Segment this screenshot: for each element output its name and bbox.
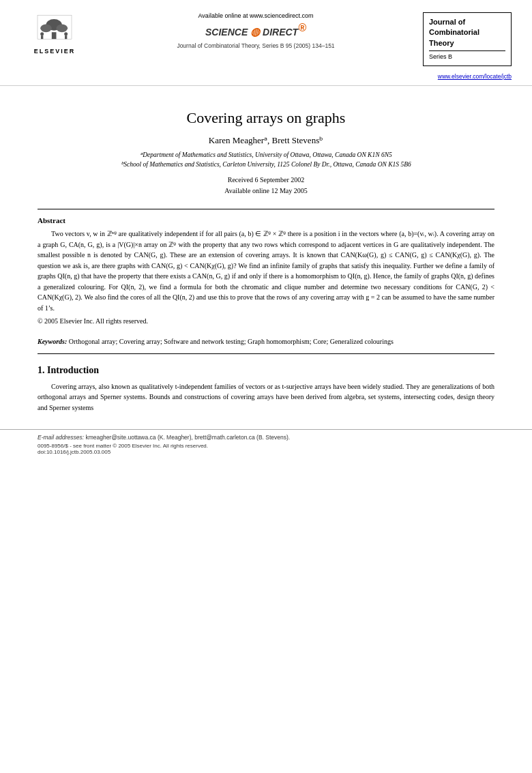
issn-text: 0095-8956/$ - see front matter © 2005 El… [38, 443, 494, 449]
journal-right-title: Journal ofCombinatorialTheory [429, 17, 505, 48]
received-date: Received 6 September 2002 [38, 175, 494, 186]
divider-top [38, 209, 494, 209]
registered-icon: ® [298, 22, 306, 33]
abstract-paragraph: Two vectors v, w in ℤⁿᵍ are qualitativel… [38, 229, 494, 313]
affiliation-a: ᵃDepartment of Mathematics and Statistic… [38, 150, 494, 160]
sciencedirect-d-icon: ◍ [250, 26, 260, 38]
header: ELSEVIER Available online at www.science… [0, 0, 532, 86]
available-online-text: Available online at www.sciencedirect.co… [95, 12, 416, 19]
divider-bottom [38, 353, 494, 354]
svg-point-5 [40, 32, 44, 35]
email-label: E-mail addresses: [38, 434, 84, 441]
keywords-label: Keywords: [38, 338, 67, 345]
footer-issn: 0095-8956/$ - see front matter © 2005 El… [38, 443, 494, 455]
abstract-title: Abstract [38, 216, 494, 224]
svg-rect-8 [65, 35, 67, 39]
received-info: Received 6 September 2002 Available onli… [38, 175, 494, 196]
header-center: Available online at www.sciencedirect.co… [89, 12, 423, 49]
keywords-section: Keywords: Orthogonal array; Covering arr… [38, 336, 494, 347]
affiliation-b: ᵇSchool of Mathematics and Statistics, C… [38, 160, 494, 169]
elsevier-logo: ELSEVIER [20, 12, 89, 55]
footer-email: E-mail addresses: kmeagher@site.uottawa.… [38, 434, 494, 441]
journal-url[interactable]: www.elsevier.com/locate/jctb [20, 70, 512, 80]
journal-series: Series B [429, 50, 505, 61]
abstract-section: Abstract Two vectors v, w in ℤⁿᵍ are qua… [38, 216, 494, 327]
available-online: Available online 12 May 2005 [38, 186, 494, 196]
doi-text: doi:10.1016/j.jctb.2005.03.005 [38, 449, 494, 455]
elsevier-tree-icon [31, 12, 78, 46]
page: ELSEVIER Available online at www.science… [0, 0, 532, 773]
svg-rect-6 [41, 35, 43, 39]
section1-title: 1. Introduction [38, 365, 494, 376]
keywords-text: Orthogonal array; Covering array; Softwa… [69, 338, 394, 345]
svg-point-3 [40, 25, 52, 33]
svg-rect-1 [52, 32, 57, 39]
svg-point-4 [57, 25, 68, 33]
email1: kmeagher@site.uottawa.ca (K. Meagher), [85, 434, 192, 441]
abstract-text: Two vectors v, w in ℤⁿᵍ are qualitativel… [38, 229, 494, 327]
email2: brett@math.carleton.ca (B. Stevens). [194, 434, 290, 441]
journal-right-box: Journal ofCombinatorialTheory Series B [423, 12, 512, 66]
main-content: Covering arrays on graphs Karen Meagherᵃ… [0, 86, 532, 430]
svg-point-7 [64, 32, 68, 35]
journal-info-center: Journal of Combinatorial Theory, Series … [95, 42, 416, 49]
footer: E-mail addresses: kmeagher@site.uottawa.… [0, 429, 532, 459]
elsevier-label: ELSEVIER [34, 48, 76, 55]
sciencedirect-logo: SCIENCE ◍ DIRECT® [95, 22, 416, 38]
section1-paragraph1: Covering arrays, also known as qualitati… [38, 381, 494, 413]
copyright: © 2005 Elsevier Inc. All rights reserved… [38, 316, 494, 327]
authors: Karen Meagherᵃ, Brett Stevensᵇ [38, 135, 494, 146]
section1-text: Covering arrays, also known as qualitati… [38, 381, 494, 413]
affiliations: ᵃDepartment of Mathematics and Statistic… [38, 150, 494, 170]
article-title: Covering arrays on graphs [38, 109, 494, 127]
header-top: ELSEVIER Available online at www.science… [20, 12, 512, 66]
